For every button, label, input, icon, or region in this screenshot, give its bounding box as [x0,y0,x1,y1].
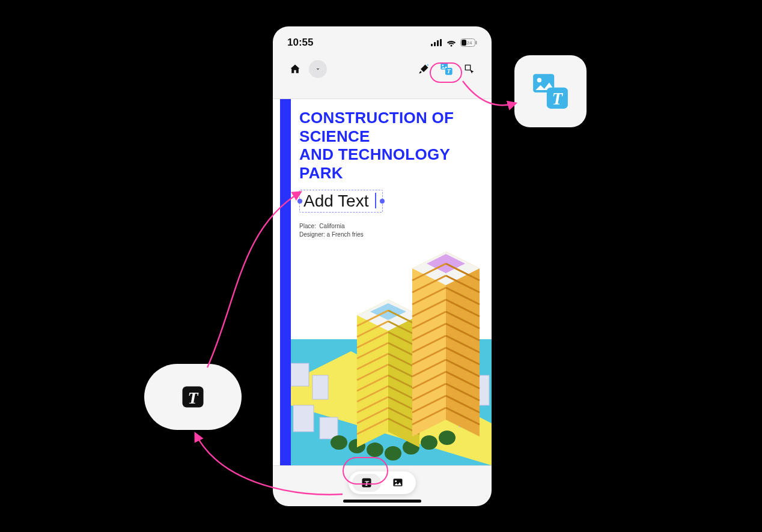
lasso-select-button[interactable] [460,60,478,78]
svg-text:T: T [187,388,199,407]
chevron-down-icon [314,65,322,73]
svg-rect-0 [431,44,433,46]
svg-point-21 [331,435,347,450]
cellular-icon [431,39,442,46]
svg-rect-18 [320,417,338,439]
home-button[interactable] [286,60,304,78]
svg-rect-5 [462,40,466,46]
text-tool-button[interactable]: T [352,474,381,492]
svg-rect-2 [437,40,439,46]
home-icon [289,63,301,75]
callout-text-tool: T [144,364,242,430]
svg-point-24 [385,446,401,461]
svg-text:T: T [552,89,564,108]
svg-rect-15 [291,363,309,386]
lasso-select-icon [463,63,475,75]
heading-line: Construction of Science [299,109,483,145]
document-canvas[interactable]: Construction of Science and Technology P… [273,98,492,466]
svg-point-26 [421,435,437,450]
status-time: 10:55 [287,37,313,49]
svg-rect-6 [476,41,477,44]
svg-point-27 [439,431,456,445]
resize-handle-left[interactable] [297,199,302,204]
svg-point-23 [367,443,383,457]
document-illustration [291,225,492,465]
callout-image-text: T [514,55,587,127]
heading-line: and Technology Park [299,145,483,182]
image-text-button[interactable]: T [437,60,456,78]
add-text-placeholder: Add Text [303,192,368,210]
highlighter-icon [418,63,430,75]
phone-frame: 10:55 24 [273,26,492,506]
wifi-icon [446,39,457,47]
add-text-box[interactable]: Add Text [299,190,383,213]
document-heading: Construction of Science and Technology P… [299,109,483,183]
svg-rect-17 [293,405,314,432]
top-toolbar: T [273,55,492,83]
status-indicators: 24 [431,38,477,47]
svg-point-89 [537,78,541,82]
document-accent-bar [280,99,291,465]
battery-icon: 24 [460,38,477,47]
svg-text:24: 24 [467,40,472,46]
image-text-icon: T [440,62,453,76]
image-tool-button[interactable] [383,474,412,492]
text-tool-icon: T [180,384,206,410]
status-bar: 10:55 24 [273,26,492,55]
home-indicator [343,500,421,503]
svg-rect-16 [312,375,328,399]
svg-point-87 [395,480,397,482]
svg-rect-3 [440,39,442,46]
bottom-toolbar: T [273,471,492,494]
text-cursor [375,193,376,208]
image-tool-icon [392,477,404,489]
svg-point-9 [442,64,443,66]
highlighter-button[interactable] [415,60,433,78]
image-text-icon: T [531,71,570,111]
text-tool-icon: T [361,477,373,489]
svg-rect-1 [434,42,436,46]
dropdown-button[interactable] [309,60,327,78]
resize-handle-right[interactable] [380,199,385,204]
